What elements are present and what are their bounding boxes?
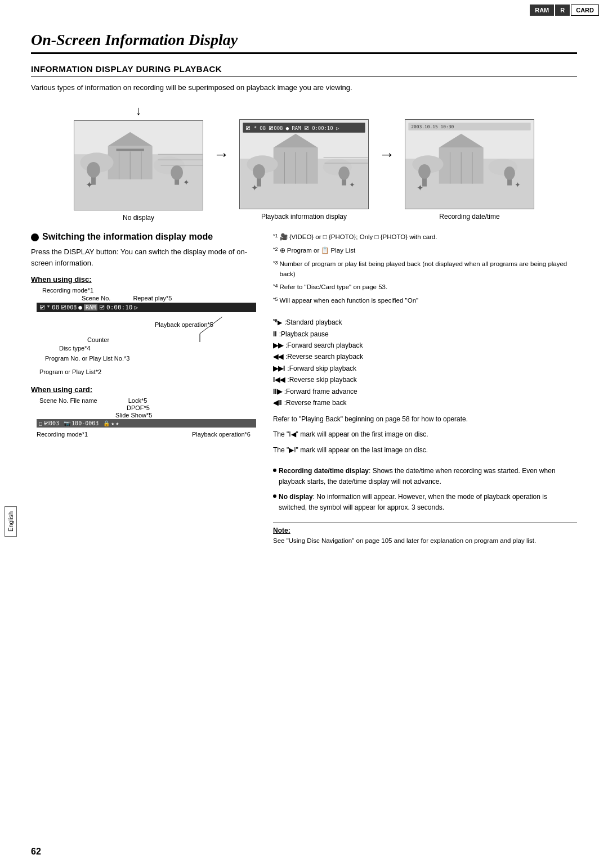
playback-item-1: II :Playback pause [273, 329, 577, 340]
bullet-icon [31, 233, 39, 241]
svg-text:✦: ✦ [515, 181, 521, 189]
footnote-5: *5 Will appear when each function is spe… [273, 295, 577, 307]
arrow-right-1: → [203, 146, 239, 179]
when-card-heading: When using card: [31, 385, 256, 394]
diagram-no-display: ✦ ✦ [74, 120, 203, 210]
diagram-label-2: Recording date/time [439, 213, 499, 221]
card-display-bar: □ 🗹003 📷 100-0003 🔒 ★ ★ [37, 419, 256, 428]
disc-scene-no-label: Scene No. [82, 295, 110, 302]
card-slideshow-label: Slide Show*5 [115, 412, 152, 419]
playback-item-6: II▶ :Forward frame advance [273, 386, 577, 397]
diagram-recording-datetime: 2003.10.15 10:30 [405, 119, 534, 209]
disc-display-bar: 🗹 * 08 🗹008 ● RAM 🗹 0:00:10 ▷ [37, 303, 256, 312]
playback-item-0: *6▶ :Standard playback [273, 317, 577, 328]
arrow-right-2: → [369, 146, 405, 179]
r-badge: R [555, 5, 570, 16]
footnote-1: *1 🎥 {VIDEO} or □ {PHOTO}; Only □ {PHOTO… [273, 232, 577, 243]
playback-item-7: ◀II :Reverse frame back [273, 397, 577, 408]
footnote-4: *4 Refer to "Disc/Card type" on page 53. [273, 282, 577, 293]
svg-text:✦: ✦ [349, 181, 355, 189]
svg-point-28 [253, 164, 265, 179]
disc-repeat-play-label: Repeat play*5 [133, 295, 172, 302]
disc-recording-mode-label: Recording mode*1 [42, 287, 93, 294]
diagram-row: ↓ [31, 104, 577, 222]
diagram-label-0: No display [123, 214, 154, 222]
disc-program-no-label: Program No. or Play List No.*3 [45, 355, 129, 362]
left-column: Switching the information display mode P… [31, 232, 256, 546]
page-content: On-Screen Information Display INFORMATIO… [0, 0, 608, 568]
down-arrow: ↓ [136, 104, 142, 118]
svg-point-49 [504, 166, 515, 179]
switching-body: Press the DISPLAY button: You can switch… [31, 246, 256, 270]
card-scene-file-label: Scene No. File name [39, 397, 97, 404]
bullet-item-0: Recording date/time display: Shows the d… [273, 466, 577, 487]
diagram-playback-info: 🗹 * 08 🗹008 ● RAM 🗹 0:00:10 ▷ [239, 119, 369, 209]
section-heading: INFORMATION DISPLAY DURING PLAYBACK [31, 64, 577, 77]
card-recording-mode-label: Recording mode*1 [37, 431, 88, 438]
card-badge: CARD [571, 5, 599, 16]
bullet-item-1: No display: No information will appear. … [273, 492, 577, 513]
refer-text-2: The "I◀" mark will appear on the first i… [273, 429, 577, 440]
intro-text: Various types of information on recordin… [31, 82, 577, 93]
card-dpof-label: DPOF*5 [127, 404, 150, 411]
disc-playback-op-label: Playback operation*5 [155, 321, 213, 328]
svg-rect-10 [117, 149, 144, 151]
disc-disc-type-label: Disc type*4 [59, 345, 91, 352]
svg-text:✦: ✦ [183, 177, 190, 186]
english-tab: English [5, 506, 17, 537]
two-col-layout: Switching the information display mode P… [31, 232, 577, 546]
svg-text:2003.10.15  10:30: 2003.10.15 10:30 [411, 124, 454, 129]
card-playback-op-label: Playback operation*6 [192, 431, 251, 438]
footnote-2: *2 ⊕ Program or 📋 Play List [273, 245, 577, 257]
playback-item-5: I◀◀ :Reverse skip playback [273, 374, 577, 385]
note-text: See "Using Disc Navigation" on page 105 … [273, 536, 577, 546]
card-lock-label: Lock*5 [128, 397, 147, 404]
bullet-icon-1 [273, 494, 276, 498]
when-disc-heading: When using disc: [31, 275, 256, 284]
svg-point-9 [171, 165, 183, 180]
disc-program-list-label: Program or Play List*2 [39, 368, 256, 375]
switching-heading: Switching the information display mode [31, 232, 256, 242]
svg-text:🗹 * 08 🗹008 ● RAM 🗹 0:00:10: 🗹 * 08 🗹008 ● RAM 🗹 0:00:10 ▷ [245, 125, 339, 131]
svg-text:✦: ✦ [251, 183, 258, 192]
right-column: *1 🎥 {VIDEO} or □ {PHOTO}; Only □ {PHOTO… [273, 232, 577, 546]
playback-item-2: ▶▶ :Forward search playback [273, 340, 577, 351]
playback-list: *6▶ :Standard playback II :Playback paus… [273, 317, 577, 408]
bullet-icon-0 [273, 469, 276, 472]
diagram-label-1: Playback information display [261, 213, 347, 221]
svg-text:✦: ✦ [86, 179, 93, 189]
refer-text-3: The "▶I" mark will appear on the last im… [273, 445, 577, 456]
ram-badge: RAM [530, 5, 554, 16]
disc-counter-label: Counter [87, 336, 109, 343]
svg-point-7 [87, 162, 100, 178]
note-section: Note: See "Using Disc Navigation" on pag… [273, 523, 577, 546]
page-number: 62 [31, 847, 41, 857]
svg-text:✦: ✦ [417, 183, 424, 192]
playback-item-4: ▶▶I :Forward skip playback [273, 363, 577, 374]
playback-item-3: ◀◀ :Reverse search playback [273, 351, 577, 362]
page-title: On-Screen Information Display [31, 31, 577, 54]
refer-text-1: Refer to "Playing Back" beginning on pag… [273, 414, 577, 425]
svg-point-30 [338, 166, 350, 179]
svg-point-47 [418, 164, 431, 179]
footnote-3: *3 Number of program or play list being … [273, 259, 577, 280]
note-label: Note: [273, 527, 577, 534]
top-bar: RAM R CARD [521, 0, 608, 20]
